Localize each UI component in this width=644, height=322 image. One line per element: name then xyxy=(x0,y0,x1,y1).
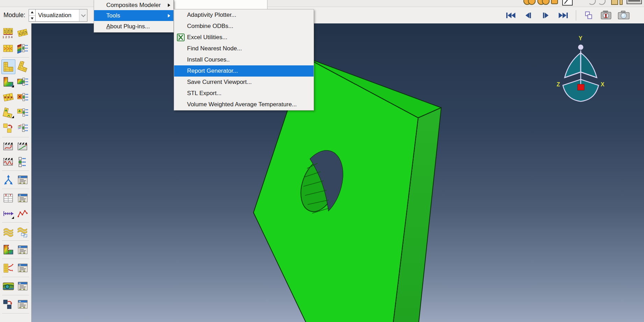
orange-octagon-icon[interactable] xyxy=(551,0,558,4)
toolbox-plot-symbols[interactable] xyxy=(1,90,15,105)
toolbox-separator xyxy=(2,295,29,296)
toolbox-plot-deformed-shape[interactable] xyxy=(16,59,30,74)
previous-frame-button[interactable] xyxy=(522,10,535,21)
toolbar-separator xyxy=(576,10,576,21)
toolbox-separator xyxy=(2,189,29,189)
toolbox-separator xyxy=(2,137,29,138)
arc-icon[interactable] xyxy=(598,0,606,5)
compass-free-rotate-handle[interactable] xyxy=(578,45,584,50)
toolbox-separator xyxy=(2,277,29,278)
toolbox-plot-state-numbered-123[interactable] xyxy=(1,26,15,41)
chevron-down-icon xyxy=(81,13,86,17)
submenu-item-excel-utilities[interactable]: Excel Utilities... xyxy=(174,32,314,43)
toolbox-xy-data-manager-dialog[interactable] xyxy=(16,191,30,206)
toolbox-separator xyxy=(2,259,29,259)
tan-page-icon[interactable] xyxy=(611,0,618,5)
tools-submenu: Adaptivity Plotter... Combine ODBs... Ex… xyxy=(174,9,314,110)
visualization-toolbox xyxy=(0,23,31,322)
toolbox-overlay-manager-dialog[interactable] xyxy=(16,297,30,312)
toolbox-plot-undeformed-shape[interactable] xyxy=(1,59,15,74)
snapshot-button[interactable] xyxy=(617,10,630,21)
toolbox-separator xyxy=(2,313,29,314)
module-dropdown-button[interactable] xyxy=(79,9,87,21)
toolbox-view-cut-manager-dialog[interactable] xyxy=(16,243,30,257)
toolbox-sync-triad[interactable] xyxy=(1,173,15,187)
toolbox-path-create[interactable] xyxy=(1,206,15,221)
part-plate-with-hole xyxy=(31,23,644,322)
toolbox-stream-options-dialog[interactable] xyxy=(16,279,30,294)
toolbox-create-xy-data[interactable] xyxy=(1,191,15,206)
toolbox-plot-contours-on-deformed[interactable] xyxy=(1,75,15,90)
menu-item-composites-modeler[interactable]: Composites Modeler xyxy=(94,0,173,10)
toolbox-field-output-panels[interactable] xyxy=(1,41,15,56)
toolbox-separator xyxy=(2,222,29,223)
animation-capture-button[interactable] xyxy=(600,10,613,21)
triad-z-label: Z xyxy=(557,81,560,87)
toolbox-overlay-swap[interactable] xyxy=(1,121,15,136)
triad-x-label: X xyxy=(601,81,604,87)
toolbox-layered-legend-states[interactable] xyxy=(16,41,30,56)
first-frame-button[interactable] xyxy=(505,10,517,21)
submenu-item-stl-export[interactable]: STL Export... xyxy=(174,88,314,99)
toolbox-material-orientation-states[interactable] xyxy=(16,106,30,120)
module-combo[interactable]: Visualization xyxy=(29,9,87,22)
toolbox-animation-options-dialog[interactable] xyxy=(16,173,30,187)
arc-icon[interactable] xyxy=(588,0,596,5)
menu-item-tools[interactable]: Tools xyxy=(94,10,173,21)
toolbox-separator xyxy=(2,57,29,58)
module-value: Visualization xyxy=(36,9,79,21)
menu-item-about-plugins[interactable]: About Plug-ins... xyxy=(94,21,173,32)
submenu-item-combine-odbs[interactable]: Combine ODBs... xyxy=(174,21,314,32)
tan-bar-icon[interactable] xyxy=(620,0,623,5)
plugins-menu: Composites Modeler Tools About Plug-ins.… xyxy=(94,0,174,33)
excel-icon xyxy=(177,34,185,41)
submenu-arrow-icon xyxy=(168,14,170,17)
tile-viewports-button[interactable] xyxy=(582,10,595,21)
toolbox-plot-states-checkboxes[interactable] xyxy=(16,155,30,169)
abaqus-main-window: Module: Visualization xyxy=(0,0,644,322)
spinner-down-icon[interactable] xyxy=(29,16,35,22)
toolbox-overlay-plot-states[interactable] xyxy=(16,121,30,136)
animation-controls xyxy=(505,9,630,21)
last-frame-button[interactable] xyxy=(557,10,570,21)
toolbox-animate-scale-factor[interactable] xyxy=(1,139,15,154)
gray-lined-panel-icon[interactable] xyxy=(627,0,642,4)
submenu-item-adaptivity-plotter[interactable]: Adaptivity Plotter... xyxy=(174,9,314,21)
toolbox-separator xyxy=(2,171,29,171)
toolbox-animate-time-history[interactable] xyxy=(16,139,30,154)
view-compass[interactable]: Y Z X xyxy=(553,31,609,106)
submenu-item-find-nearest-node[interactable]: Find Nearest Node... xyxy=(174,43,314,54)
toolbox-ply-stack-plot[interactable] xyxy=(1,224,15,239)
compass-center-handle[interactable] xyxy=(578,84,584,90)
toolbox-allow-multiple-plot-states-contour[interactable] xyxy=(16,75,30,90)
toolbox-xy-plot-curve[interactable] xyxy=(16,206,30,221)
submenu-item-install-courses[interactable]: Install Courses.. xyxy=(174,54,314,65)
toolbox-animate-harmonic[interactable] xyxy=(1,155,15,169)
toolbox-view-cut[interactable] xyxy=(1,243,15,257)
toolbox-separator xyxy=(2,241,29,241)
toolbox-plot-state-numbered-123-deformed[interactable] xyxy=(16,26,30,41)
toolbox-free-body-cut[interactable] xyxy=(1,261,15,276)
submenu-item-volume-weighted-average-temperature[interactable]: Volume Weighted Average Temperature... xyxy=(174,99,314,110)
submenu-item-report-generator[interactable]: Report Generator... xyxy=(174,65,314,77)
toolbox-symbol-plot-states[interactable] xyxy=(16,90,30,105)
module-spinner[interactable] xyxy=(29,9,36,21)
toolbox-free-body-cut-manager-dialog[interactable] xyxy=(16,261,30,276)
pointer-box-icon[interactable] xyxy=(562,0,573,6)
triad-y-label: Y xyxy=(579,35,582,41)
next-frame-button[interactable] xyxy=(539,10,552,21)
toolbox-stream-plot[interactable] xyxy=(1,279,15,294)
spinner-up-icon[interactable] xyxy=(29,9,35,16)
toolbox-plot-material-orientations[interactable] xyxy=(1,106,15,120)
toolbox-overlay-frames[interactable] xyxy=(1,297,15,312)
viewport-canvas[interactable]: Y Z X xyxy=(31,23,644,322)
toolbox-ply-stack-select[interactable] xyxy=(16,224,30,239)
toolbar-field-clipped xyxy=(174,0,267,9)
module-label: Module: xyxy=(3,12,25,19)
submenu-item-save-current-viewport[interactable]: Save Current Viewport... xyxy=(174,77,314,88)
submenu-arrow-icon xyxy=(168,3,170,7)
